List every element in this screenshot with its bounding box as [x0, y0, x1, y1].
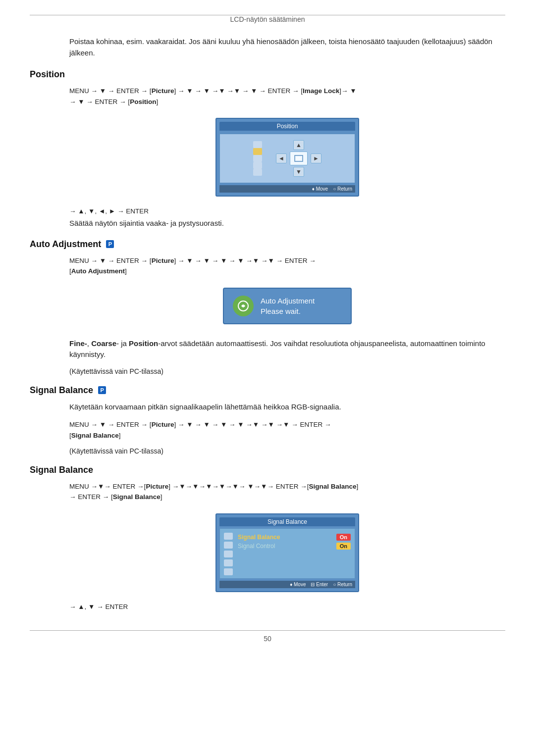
signal-bal-screen: Signal Balance Signal Balance — [215, 513, 359, 592]
signal-bal-p-desc: Käytetään korvaamaan pitkän signaalikaap… — [69, 402, 505, 413]
auto-adj-menu-path: MENU → ▼ → ENTER → [Picture] → ▼ → ▼ → ▼… — [69, 255, 505, 277]
signal-bal-heading-label: Signal Balance — [30, 465, 93, 475]
signal-bal-p-badge: P — [98, 386, 106, 394]
position-nav-hint: → ▲, ▼, ◄, ► → ENTER — [69, 207, 505, 215]
signal-bal-val-1: On — [336, 534, 351, 541]
signal-bal-row-2: Signal Control On — [238, 543, 351, 550]
auto-adj-screen: Auto Adjustment Please wait. — [223, 288, 352, 324]
sb-sidebar-icon-4 — [224, 559, 233, 566]
position-menu-path: MENU → ▼ → ENTER → [Picture] → ▼ → ▼ →▼ … — [69, 86, 505, 107]
center-box — [290, 151, 308, 165]
position-desc: Säätää näytön sijaintia vaaka- ja pystys… — [69, 218, 505, 229]
header-title: LCD-näytön säätäminen — [230, 15, 305, 23]
signal-bal-nav-hint: → ▲, ▼ → ENTER — [69, 603, 505, 610]
sidebar-icon-5 — [253, 169, 262, 176]
position-heading-label: Position — [30, 69, 65, 80]
position-screen: Position ▲ — [215, 118, 359, 197]
signal-bal-bottom-bar: ♦ Move ⊟ Enter ○ Return — [219, 581, 355, 588]
signal-bal-val-2: On — [336, 543, 351, 550]
sidebar-icon-3 — [253, 155, 262, 162]
auto-adj-badge: P — [106, 240, 114, 248]
signal-bal-screen-title: Signal Balance — [219, 517, 355, 526]
auto-adj-section-body: MENU → ▼ → ENTER → [Picture] → ▼ → ▼ → ▼… — [69, 255, 505, 375]
sb-sidebar-icon-1 — [224, 533, 233, 540]
sb-enter-hint: ⊟ Enter — [311, 582, 328, 587]
position-section-body: MENU → ▼ → ENTER → [Picture] → ▼ → ▼ →▼ … — [69, 86, 505, 229]
left-arrow: ◄ — [276, 153, 287, 163]
position-screen-title: Position — [219, 122, 355, 131]
intro-text: Poistaa kohinaa, esim. vaakaraidat. Jos … — [69, 36, 505, 58]
section-heading-auto-adj: Auto Adjustment P — [30, 239, 505, 250]
sb-move-hint: ♦ Move — [290, 582, 306, 587]
signal-bal-p-heading-label: Signal Balance — [30, 385, 93, 396]
auto-adj-heading-label: Auto Adjustment — [30, 239, 101, 250]
signal-bal-menu-path: MENU →▼→ ENTER →[Picture] →▼→▼→▼→▼→▼→ ▼→… — [69, 481, 505, 503]
signal-bal-content: Signal Balance On Signal Control On — [236, 532, 351, 575]
signal-bal-p-note: (Käytettävissä vain PC-tilassa) — [69, 447, 505, 455]
return-hint: ○ Return — [333, 186, 352, 192]
sidebar-icon-1 — [253, 141, 262, 148]
down-arrow: ▼ — [293, 167, 304, 177]
header: LCD-näytön säätäminen — [30, 15, 505, 27]
up-arrow: ▲ — [293, 140, 304, 150]
section-heading-signal-bal-p: Signal Balance P — [30, 385, 505, 396]
signal-bal-label-1: Signal Balance — [238, 534, 280, 541]
sb-sidebar-icon-5 — [224, 568, 233, 575]
signal-bal-inner: Signal Balance On Signal Control On — [219, 528, 355, 579]
signal-bal-sidebar — [224, 532, 233, 575]
auto-adj-note: (Käytettävissä vain PC-tilassa) — [69, 367, 505, 375]
page-number: 50 — [264, 635, 271, 643]
signal-bal-p-menu-path: MENU → ▼ → ENTER → [Picture] → ▼ → ▼ → ▼… — [69, 419, 505, 441]
signal-bal-row-1: Signal Balance On — [238, 534, 351, 541]
signal-bal-p-section-body: Käytetään korvaamaan pitkän signaalikaap… — [69, 402, 505, 455]
sidebar-icon-2 — [253, 148, 262, 155]
footer: 50 — [30, 630, 505, 643]
page-container: LCD-näytön säätäminen Poistaa kohinaa, e… — [0, 0, 535, 662]
auto-adj-desc1: Fine-, Coarse- ja Position-arvot säädetä… — [69, 338, 505, 360]
sidebar-icon-4 — [253, 162, 262, 169]
signal-bal-label-2: Signal Control — [238, 543, 275, 550]
position-sidebar — [253, 141, 262, 176]
signal-bal-section-body: MENU →▼→ ENTER →[Picture] →▼→▼→▼→▼→▼→ ▼→… — [69, 481, 505, 610]
section-heading-signal-bal: Signal Balance — [30, 465, 505, 475]
auto-adj-icon — [233, 296, 254, 316]
right-arrow: ► — [311, 153, 321, 163]
section-heading-position: Position — [30, 69, 505, 80]
sb-sidebar-icon-2 — [224, 542, 233, 549]
position-bottom-bar: ♦ Move ○ Return — [219, 185, 355, 193]
svg-rect-1 — [296, 157, 301, 160]
sb-return-hint: ○ Return — [333, 582, 352, 587]
sb-sidebar-icon-3 — [224, 551, 233, 557]
move-hint: ♦ Move — [312, 186, 328, 192]
auto-adj-screen-text: Auto Adjustment Please wait. — [261, 296, 315, 316]
